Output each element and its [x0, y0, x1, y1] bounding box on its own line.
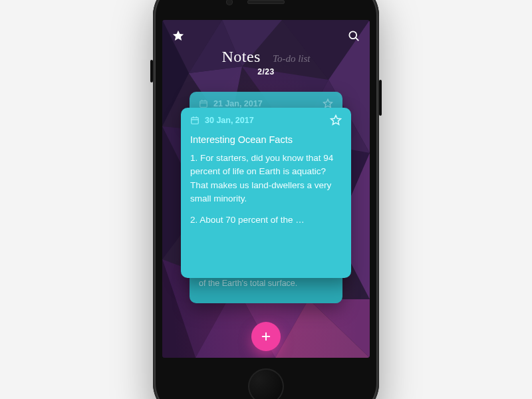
note-counter: 2/23: [162, 67, 370, 76]
note-body: 1. For starters, did you know that 94 pe…: [181, 146, 351, 227]
tabs: Notes To-do list 2/23: [162, 48, 370, 76]
favorites-icon[interactable]: [172, 29, 185, 43]
top-bar: [162, 24, 370, 48]
calendar-icon: [190, 116, 200, 125]
card-stack: 21 Jan, 2017: [162, 92, 370, 358]
svg-line-24: [356, 38, 358, 41]
phone-camera: [226, 0, 233, 5]
note-body-peek: of the Earth's total surface.: [190, 279, 307, 288]
note-body-line: 2. About 70 percent of the …: [190, 213, 342, 227]
app-screen: Notes To-do list 2/23: [162, 20, 370, 358]
note-title: Interesting Ocean Facts: [181, 130, 351, 146]
star-outline-icon[interactable]: [330, 114, 342, 126]
phone-speaker: [247, 0, 285, 4]
add-note-button[interactable]: [251, 322, 281, 351]
note-date: 30 Jan, 2017: [205, 116, 254, 125]
tab-todo[interactable]: To-do list: [273, 53, 311, 65]
phone-frame: Notes To-do list 2/23: [153, 0, 379, 399]
note-card-front[interactable]: 30 Jan, 2017 Interesting Ocean Facts 1. …: [181, 108, 351, 278]
tab-notes[interactable]: Notes: [221, 48, 261, 66]
calendar-icon: [199, 99, 208, 108]
note-date: 21 Jan, 2017: [213, 99, 263, 108]
svg-rect-29: [192, 118, 199, 124]
note-body-line: 1. For starters, did you know that 94 pe…: [190, 152, 342, 205]
svg-rect-25: [200, 101, 207, 107]
home-button[interactable]: [248, 368, 284, 399]
search-icon[interactable]: [347, 29, 360, 43]
